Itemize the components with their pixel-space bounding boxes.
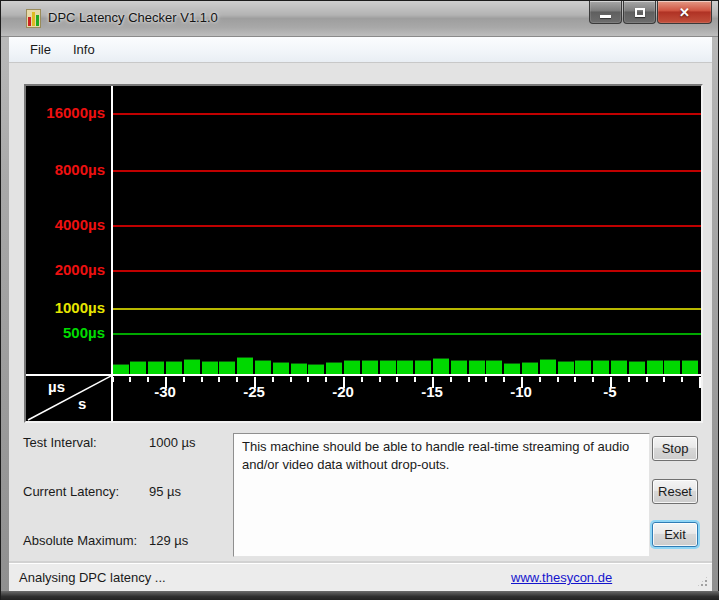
x-tick-label: -10	[491, 383, 551, 400]
chart-plot: µs s 16000µs8000µs4000µs2000µs1000µs500µ…	[26, 86, 701, 421]
x-tick	[307, 377, 309, 382]
y-tick-label: 500µs	[26, 323, 105, 343]
x-tick	[592, 377, 594, 382]
x-axis-line	[26, 374, 701, 376]
latency-bar	[219, 361, 235, 374]
latency-bar	[380, 360, 396, 374]
latency-bar	[558, 361, 574, 374]
window-title: DPC Latency Checker V1.1.0	[48, 10, 218, 25]
gridline-8000	[113, 170, 701, 172]
menu-item-info[interactable]: Info	[62, 38, 106, 61]
stop-button[interactable]: Stop	[652, 436, 698, 461]
title-bar: DPC Latency Checker V1.1.0 ✕	[1, 1, 718, 37]
x-tick	[236, 377, 238, 382]
latency-bar	[344, 360, 360, 374]
result-message-box: This machine should be able to handle re…	[233, 433, 650, 557]
x-tick	[450, 377, 452, 382]
window-bottom-frame	[1, 591, 719, 600]
stat-label: Current Latency:	[23, 484, 119, 499]
app-icon	[26, 9, 41, 28]
y-tick-label: 8000µs	[26, 160, 105, 180]
y-tick-label: 2000µs	[26, 260, 105, 280]
latency-bar	[522, 362, 538, 374]
status-bar: Analysing DPC latency ... www.thesycon.d…	[9, 563, 712, 591]
latency-bar	[664, 360, 680, 374]
x-tick-label: -30	[135, 383, 195, 400]
gridline-1000	[113, 308, 701, 310]
latency-bar	[486, 360, 502, 374]
x-tick	[503, 377, 505, 382]
x-tick	[468, 377, 470, 382]
minimize-button[interactable]	[589, 1, 622, 24]
menu-bar: File Info	[9, 37, 712, 63]
x-tick	[485, 377, 487, 382]
exit-button[interactable]: Exit	[652, 522, 698, 547]
latency-bar	[647, 360, 663, 374]
latency-bar	[415, 360, 431, 374]
icon-bar-yellow	[32, 12, 35, 26]
stat-label: Absolute Maximum:	[23, 533, 137, 548]
x-tick	[183, 377, 185, 382]
latency-bar	[451, 360, 467, 374]
x-unit-label: s	[78, 395, 86, 412]
latency-bar	[433, 358, 449, 374]
reset-button[interactable]: Reset	[652, 479, 698, 504]
latency-bar	[469, 360, 485, 374]
x-tick	[414, 377, 416, 382]
latency-bar	[575, 360, 591, 374]
stat-value: 129 µs	[149, 533, 188, 548]
x-tick	[557, 377, 559, 382]
latency-bar	[629, 361, 645, 374]
latency-bar	[308, 364, 324, 374]
x-tick-label: -15	[402, 383, 462, 400]
x-tick-label: -25	[224, 383, 284, 400]
y-tick-label: 4000µs	[26, 215, 105, 235]
latency-bar	[611, 360, 627, 374]
x-tick	[147, 377, 149, 382]
maximize-icon	[635, 8, 645, 17]
resize-grip-icon[interactable]	[696, 575, 709, 588]
x-tick	[663, 377, 665, 382]
latency-bar	[362, 360, 378, 374]
x-tick	[201, 377, 203, 382]
stat-value: 1000 µs	[149, 435, 196, 450]
x-tick	[379, 377, 381, 382]
x-tick	[218, 377, 220, 382]
gridline-500	[113, 333, 701, 335]
latency-bar	[237, 357, 253, 374]
gridline-2000	[113, 270, 701, 272]
x-tick	[112, 377, 114, 382]
icon-bar-green	[36, 15, 39, 26]
latency-bar	[130, 361, 146, 374]
x-tick	[361, 377, 363, 382]
latency-bar	[148, 361, 164, 374]
latency-bar	[166, 361, 182, 374]
menu-item-file[interactable]: File	[19, 38, 62, 61]
latency-bar	[682, 360, 698, 374]
y-unit-label: µs	[48, 378, 65, 395]
latency-bar	[540, 359, 556, 374]
maximize-button[interactable]	[623, 1, 656, 24]
app-window: DPC Latency Checker V1.1.0 ✕ File Info	[0, 0, 719, 600]
latency-bar	[326, 362, 342, 374]
gridline-4000	[113, 225, 701, 227]
window-controls: ✕	[589, 1, 712, 24]
latency-bar	[202, 361, 218, 374]
x-tick	[396, 377, 398, 382]
latency-bar	[184, 359, 200, 374]
x-tick	[628, 377, 630, 382]
latency-bar	[255, 360, 271, 374]
latency-bar	[291, 363, 307, 374]
x-tick	[290, 377, 292, 382]
y-tick-label: 1000µs	[26, 298, 105, 318]
close-icon: ✕	[679, 5, 690, 20]
icon-bar-red	[28, 17, 31, 26]
x-tick	[574, 377, 576, 382]
x-tick	[681, 377, 683, 382]
close-button[interactable]: ✕	[657, 1, 712, 24]
website-link[interactable]: www.thesycon.de	[511, 570, 612, 585]
latency-bar	[593, 360, 609, 374]
client-area: µs s 16000µs8000µs4000µs2000µs1000µs500µ…	[9, 63, 712, 591]
latency-bar	[113, 364, 129, 374]
x-tick-label: -20	[313, 383, 373, 400]
